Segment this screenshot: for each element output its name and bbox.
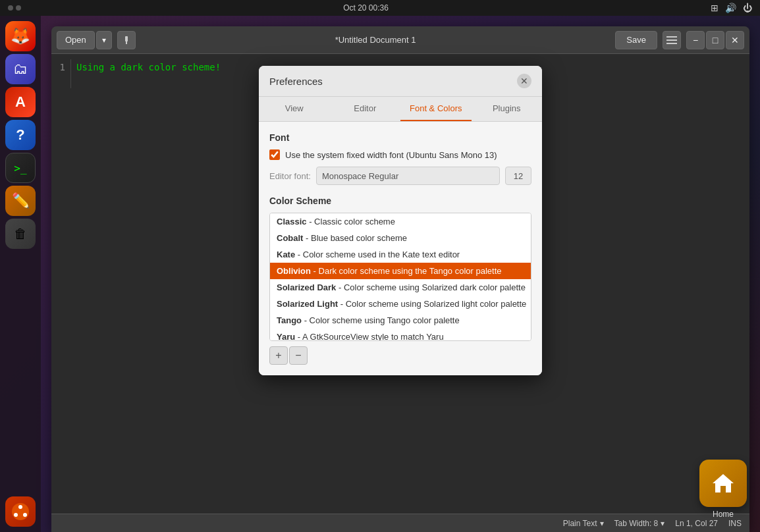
dialog-close-button[interactable]: ✕	[517, 74, 531, 88]
svg-point-1	[18, 505, 22, 509]
svg-point-2	[14, 513, 18, 517]
dock-item-help[interactable]: ?	[5, 120, 36, 150]
svg-point-3	[23, 513, 27, 517]
system-font-label: Use the system fixed width font (Ubuntu …	[285, 150, 497, 160]
tab-width-label: Tab Width: 8	[614, 519, 659, 528]
power-icon[interactable]: ⏻	[743, 3, 752, 13]
dot2	[16, 5, 21, 11]
window-area: Open ▾ *Untitled Document 1 Save −	[41, 16, 760, 532]
network-icon[interactable]: ⊞	[711, 3, 719, 13]
font-name-input[interactable]	[316, 167, 500, 185]
position-status: Ln 1, Col 27	[675, 519, 718, 528]
scheme-item-oblivion[interactable]: Oblivion - Dark color scheme using the T…	[270, 263, 531, 279]
system-font-checkbox[interactable]	[269, 149, 280, 160]
dock-item-ubuntu[interactable]	[5, 496, 36, 527]
editor-statusbar: Plain Text ▾ Tab Width: 8 ▾ Ln 1, Col 27…	[51, 514, 749, 532]
dock-item-editor[interactable]: ✏️	[5, 186, 36, 216]
dock-item-firefox[interactable]: 🦊	[5, 21, 36, 51]
ubuntu-icon	[11, 502, 30, 521]
dot1	[8, 5, 13, 11]
scheme-item-cobalt[interactable]: Cobalt - Blue based color scheme	[270, 230, 531, 246]
scheme-item-tango[interactable]: Tango - Color scheme using Tango color p…	[270, 312, 531, 329]
dock: 🦊 🗂 A ? >_ ✏️ 🗑	[0, 16, 41, 532]
tab-editor[interactable]: Editor	[330, 97, 401, 121]
home-button-label: Home	[713, 510, 734, 519]
volume-icon[interactable]: 🔊	[725, 3, 736, 13]
add-scheme-button[interactable]: +	[269, 346, 288, 365]
scheme-actions: + −	[269, 346, 531, 365]
font-size-input[interactable]	[505, 167, 531, 185]
top-bar-dots	[8, 5, 21, 11]
tab-width-status[interactable]: Tab Width: 8 ▾	[614, 519, 665, 528]
ins-mode-status: INS	[728, 519, 742, 528]
position-label: Ln 1, Col 27	[675, 519, 718, 528]
dock-item-files[interactable]: 🗂	[5, 54, 36, 84]
remove-scheme-button[interactable]: −	[289, 346, 308, 365]
top-bar: Oct 20 00:36 ⊞ 🔊 ⏻	[0, 0, 760, 16]
scheme-item-solarized-dark[interactable]: Solarized Dark - Color scheme using Sola…	[270, 279, 531, 296]
scheme-item-yaru[interactable]: Yaru - A GtkSourceView style to match Ya…	[270, 329, 531, 341]
tab-view[interactable]: View	[259, 97, 330, 121]
tab-font-colors[interactable]: Font & Colors	[400, 97, 472, 121]
editor-font-row: Editor font:	[269, 167, 531, 185]
dialog-body: Font Use the system fixed width font (Ub…	[259, 122, 542, 375]
svg-marker-9	[713, 474, 734, 492]
color-scheme-title: Color Scheme	[269, 196, 531, 206]
tab-width-arrow: ▾	[661, 519, 665, 528]
system-font-row: Use the system fixed width font (Ubuntu …	[269, 149, 531, 160]
plain-text-label: Plain Text	[563, 519, 597, 528]
dialog-title: Preferences	[269, 76, 323, 87]
dialog-header: Preferences ✕	[259, 66, 542, 97]
plain-text-arrow: ▾	[600, 519, 604, 528]
dock-item-appstore[interactable]: A	[5, 87, 36, 117]
home-icon	[711, 473, 735, 494]
dock-item-trash[interactable]: 🗑	[5, 219, 36, 249]
plain-text-status[interactable]: Plain Text ▾	[563, 519, 604, 528]
color-scheme-list[interactable]: Classic - Classic color schemeCobalt - B…	[269, 213, 531, 341]
ins-mode-label: INS	[728, 519, 742, 528]
home-button[interactable]	[699, 460, 747, 507]
color-scheme-section: Color Scheme Classic - Classic color sch…	[269, 196, 531, 365]
scheme-item-kate[interactable]: Kate - Color scheme used in the Kate tex…	[270, 246, 531, 263]
font-label: Editor font:	[269, 171, 311, 181]
font-section-title: Font	[269, 132, 531, 143]
home-button-area: Home	[699, 460, 747, 519]
system-time: Oct 20 00:36	[343, 3, 389, 13]
tab-plugins[interactable]: Plugins	[472, 97, 543, 121]
dialog-tabs: View Editor Font & Colors Plugins	[259, 97, 542, 122]
scheme-item-solarized-light[interactable]: Solarized Light - Color scheme using Sol…	[270, 296, 531, 312]
dialog-overlay: Preferences ✕ View Editor Font & Colors	[51, 26, 749, 532]
preferences-dialog: Preferences ✕ View Editor Font & Colors	[259, 66, 542, 375]
editor-window: Open ▾ *Untitled Document 1 Save −	[51, 26, 749, 532]
top-bar-left	[8, 5, 21, 11]
dock-item-terminal[interactable]: >_	[5, 153, 36, 183]
scheme-item-classic[interactable]: Classic - Classic color scheme	[270, 213, 531, 230]
top-bar-right: ⊞ 🔊 ⏻	[711, 3, 752, 13]
